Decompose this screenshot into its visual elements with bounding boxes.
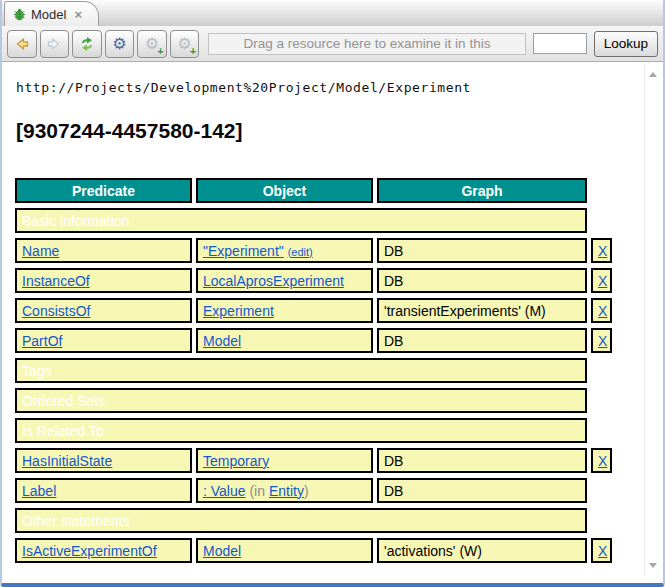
- remove-statement-link[interactable]: X: [598, 243, 607, 259]
- refresh-button[interactable]: [72, 30, 102, 58]
- predicate-cell: InstanceOf: [15, 268, 192, 293]
- table-header-row: Predicate Object Graph: [15, 178, 612, 203]
- settings-button[interactable]: ⚙: [105, 30, 135, 58]
- predicate-link[interactable]: Label: [22, 483, 56, 499]
- section-row-ordered-sets: Ordered Sets: [15, 388, 612, 413]
- model-browser-view: Model × ⚙ ⚙ +: [0, 0, 665, 587]
- object-link[interactable]: Temporary: [203, 453, 269, 469]
- graph-cell: 'transientExperiments' (M): [377, 298, 587, 323]
- table-row: Name"Experiment" (edit)DBX: [15, 238, 612, 263]
- graph-cell: DB: [377, 478, 587, 503]
- object-link[interactable]: : Value: [203, 483, 246, 499]
- scroll-up-icon[interactable]: [649, 72, 657, 77]
- resource-id: [9307244-4457580-142]: [16, 119, 649, 143]
- object-link[interactable]: LocalAprosExperiment: [203, 273, 344, 289]
- object-link[interactable]: "Experiment": [203, 243, 284, 259]
- section-label: Is Related To: [15, 418, 587, 443]
- object-link[interactable]: Experiment: [203, 303, 274, 319]
- scroll-down-icon[interactable]: [649, 563, 657, 568]
- table-row: HasInitialStateTemporaryDBX: [15, 448, 612, 473]
- remove-cell: X: [591, 538, 612, 563]
- refresh-icon: [79, 36, 95, 52]
- remove-statement-link[interactable]: X: [598, 273, 607, 289]
- edit-link[interactable]: (edit): [288, 246, 313, 258]
- back-arrow-icon: [14, 36, 30, 52]
- remove-cell: X: [591, 238, 612, 263]
- remove-statement-link[interactable]: X: [598, 543, 607, 559]
- object-link[interactable]: Model: [203, 333, 241, 349]
- section-label: Basic information: [15, 208, 587, 233]
- section-label: Ordered Sets: [15, 388, 587, 413]
- section-row-other-statements: Other statements: [15, 508, 612, 533]
- predicate-cell: HasInitialState: [15, 448, 192, 473]
- remove-statement-link[interactable]: X: [598, 333, 607, 349]
- remove-statement-link[interactable]: X: [598, 453, 607, 469]
- predicate-link[interactable]: HasInitialState: [22, 453, 112, 469]
- forward-button[interactable]: [40, 30, 70, 58]
- drag-resource-field[interactable]: [208, 33, 526, 55]
- gear-icon: ⚙: [112, 36, 126, 52]
- section-row-basic-information: Basic information: [15, 208, 612, 233]
- column-header-predicate: Predicate: [15, 178, 192, 203]
- predicate-link[interactable]: Name: [22, 243, 59, 259]
- object-cell: Model: [196, 538, 373, 563]
- graph-cell: DB: [377, 268, 587, 293]
- predicate-link[interactable]: PartOf: [22, 333, 62, 349]
- back-button[interactable]: [7, 30, 37, 58]
- table-row: IsActiveExperimentOfModel'activations' (…: [15, 538, 612, 563]
- section-row-tags: Tags: [15, 358, 612, 383]
- remove-cell: X: [591, 298, 612, 323]
- forward-arrow-icon: [46, 36, 62, 52]
- table-row: PartOfModelDBX: [15, 328, 612, 353]
- object-cell: Model: [196, 328, 373, 353]
- graph-cell: DB: [377, 448, 587, 473]
- section-label: Tags: [15, 358, 587, 383]
- plus-badge-icon: +: [190, 46, 196, 56]
- object-cell: "Experiment" (edit): [196, 238, 373, 263]
- predicate-cell: IsActiveExperimentOf: [15, 538, 192, 563]
- tab-label: Model: [31, 7, 66, 22]
- table-row: Label: Value (in Entity)DB: [15, 478, 612, 503]
- predicate-link[interactable]: IsActiveExperimentOf: [22, 543, 157, 559]
- column-header-object: Object: [196, 178, 373, 203]
- section-label: Other statements: [15, 508, 587, 533]
- remove-cell: X: [591, 328, 612, 353]
- predicate-cell: Name: [15, 238, 192, 263]
- bug-icon: [13, 8, 26, 21]
- add-tab-gear-button[interactable]: ⚙ +: [170, 30, 200, 58]
- section-row-is-related-to: Is Related To: [15, 418, 612, 443]
- vertical-scrollbar[interactable]: [644, 63, 661, 577]
- predicate-cell: PartOf: [15, 328, 192, 353]
- resource-uri: http://Projects/Development%20Project/Mo…: [16, 80, 649, 95]
- object-muted-text: (in: [246, 483, 269, 499]
- object-cell: LocalAprosExperiment: [196, 268, 373, 293]
- object-muted-text: ): [304, 483, 309, 499]
- remove-cell: X: [591, 448, 612, 473]
- object-link[interactable]: Model: [203, 543, 241, 559]
- add-view-gear-button[interactable]: ⚙ +: [137, 30, 167, 58]
- lookup-input[interactable]: [533, 33, 587, 54]
- predicate-cell: Label: [15, 478, 192, 503]
- toolbar: ⚙ ⚙ + ⚙ + Lookup: [2, 26, 663, 62]
- tab-bar: Model ×: [2, 0, 663, 26]
- predicate-cell: ConsistsOf: [15, 298, 192, 323]
- graph-cell: 'activations' (W): [377, 538, 587, 563]
- object-cell: : Value (in Entity): [196, 478, 373, 503]
- remove-cell: X: [591, 268, 612, 293]
- graph-cell: DB: [377, 238, 587, 263]
- table-row: ConsistsOfExperiment'transientExperiment…: [15, 298, 612, 323]
- lookup-button[interactable]: Lookup: [594, 31, 658, 57]
- plus-badge-icon: +: [157, 46, 163, 56]
- browser-content: http://Projects/Development%20Project/Mo…: [2, 62, 663, 583]
- table-row: InstanceOfLocalAprosExperimentDBX: [15, 268, 612, 293]
- remove-statement-link[interactable]: X: [598, 303, 607, 319]
- statements-table: Predicate Object Graph Basic information…: [11, 173, 616, 568]
- tab-model[interactable]: Model ×: [4, 1, 99, 26]
- predicate-link[interactable]: ConsistsOf: [22, 303, 90, 319]
- column-header-graph: Graph: [377, 178, 587, 203]
- tab-close-icon[interactable]: ×: [74, 7, 82, 22]
- graph-cell: DB: [377, 328, 587, 353]
- object-cell: Temporary: [196, 448, 373, 473]
- predicate-link[interactable]: InstanceOf: [22, 273, 90, 289]
- object-link[interactable]: Entity: [269, 483, 304, 499]
